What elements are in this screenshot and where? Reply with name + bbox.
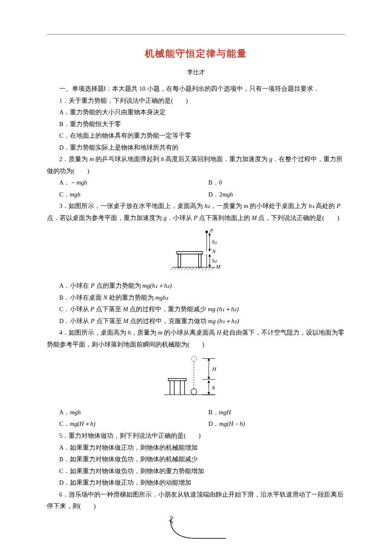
q3-stem-h: 点，下列说法正确的是( ) [257, 214, 339, 221]
q1-stem: 1．关于重力势能，下列说法中正确的是( ) [47, 95, 345, 107]
fig3-N: N [212, 249, 216, 254]
svg-line-3 [178, 267, 180, 270]
q4-optB: B．mgH [196, 407, 345, 419]
q2-optD: D．2mgh [196, 189, 345, 201]
q4-figure: H h [47, 353, 345, 404]
svg-marker-39 [208, 380, 210, 383]
q2-optA: A．－mgh [47, 177, 196, 189]
q3C-expr: mg (h₁＋h₂) [208, 306, 239, 312]
q4B-expr: mgH [219, 409, 231, 416]
svg-line-7 [191, 267, 194, 270]
q1-optD: D．重力势能实际上是物体和地球所共有的 [47, 142, 345, 154]
q3-optD: D．小球从 P 点下落至 M 点的过程中，克服重力做功 mg (h₁＋h₂) [47, 315, 345, 327]
svg-line-1 [171, 267, 173, 270]
q6-stem: 6．游乐场中的一种滑梯如图所示．小朋友从轨道顶端由静止开始下滑，沿水平轨道滑动了… [47, 489, 345, 512]
svg-rect-25 [168, 379, 186, 381]
q3-figure: P h₁ N h₂ M [47, 227, 345, 278]
q3-stem-a: 3．如图所示，一张桌子放在水平地面上，桌面高为 [59, 202, 205, 209]
svg-line-6 [188, 267, 190, 270]
q4-optA: A．mgh [47, 407, 196, 419]
q2-C-mgh: mgh [70, 191, 81, 198]
q6-svg [158, 515, 234, 545]
q2-A-pre: A．－ [59, 179, 76, 186]
svg-point-30 [191, 356, 196, 361]
document-body: 一、单项选择题Ⅰ：本大题共 10 小题，在每小题列出的四个选项中，只有一项符合题… [47, 83, 345, 549]
q4-stem: 4．如图所示，桌面高为 h，质量为 m 的小球从离桌面高 H 处自由落下，不计空… [47, 327, 345, 350]
sym-m-2: m [244, 202, 248, 209]
q3D-c: 点的过程中，克服重力做功 [128, 318, 208, 324]
fig3-M: M [216, 264, 221, 270]
q4A-expr: mgh [70, 409, 81, 416]
svg-marker-23 [208, 265, 211, 267]
svg-point-42 [170, 516, 173, 519]
q3-stem-g: 点下落到地面上的 [197, 214, 251, 221]
q4-c: 的小球从离桌面高 [162, 329, 216, 336]
q3A-expr: mg(h₁＋h₂) [142, 282, 172, 289]
q2-optC: C．mgh [47, 189, 196, 201]
svg-line-11 [205, 267, 208, 270]
q3-stem: 3．如图所示，一张桌子放在水平地面上，桌面高为 h₂，一质量为 m 的小球处于桌… [47, 200, 345, 224]
svg-line-4 [181, 267, 184, 270]
page-title: 机械能守恒定律与能量 [47, 47, 345, 60]
fig4-h: h [212, 384, 215, 391]
q2-stem: 2．质量为 m 的乒乓球从地面弹起到 h 高度后又落回到地面．重力加速度为 g．… [47, 153, 345, 177]
q3D-b: 点下落至 [95, 318, 123, 324]
q2-row2: C．mgh D．2mgh [47, 189, 345, 201]
q2-row1: A．－mgh B．0 [47, 177, 345, 189]
q4-row2: C．mg(H＋h) D．mg(H－h) [47, 418, 345, 430]
q5-optB: B．如果重力对物体做负功，则物体的机械能减少 [47, 454, 345, 465]
q3C-a: C．小球从 [59, 306, 90, 312]
q2-D-pre: D．2 [208, 191, 222, 198]
svg-line-12 [208, 267, 211, 270]
sym-h: h [161, 156, 164, 162]
sym-h1: h₁ [308, 202, 314, 209]
fig3-P: P [210, 228, 213, 234]
sym-h2: h₂ [205, 202, 210, 209]
svg-rect-16 [199, 254, 201, 267]
q2-stem-b: 的乒乓球从地面弹起到 [94, 156, 161, 162]
q4-optD: D．mg(H－h) [196, 418, 345, 430]
q3A-P: P [91, 282, 95, 289]
q2-optB: B．0 [196, 177, 345, 189]
q3D-M: M [123, 318, 128, 324]
q4-H: H [216, 329, 221, 336]
q3-stem-b: ，一质量为 [210, 202, 244, 209]
q3B-a: B．小球在桌面 [59, 294, 103, 301]
q2-D-mgh: mgh [222, 191, 233, 198]
q5-optD: D．如果重力对物体做正功，则物体的动能增加 [47, 477, 345, 489]
q3-stem-e: 点．若以桌面为参考平面，重力加速度为 [47, 214, 164, 221]
svg-point-32 [191, 389, 197, 395]
q1-optA: A．重力势能的大小只由重物本身决定 [47, 107, 345, 119]
top-rule [47, 34, 345, 35]
q4-svg: H h [160, 353, 232, 400]
q5-stem: 5．重力对物体做功，则下列说法中正确的是( ) [47, 430, 345, 442]
q3C-b: 点下落至 [94, 306, 123, 312]
q3-stem-c: 的小球处于桌面上方 [248, 202, 308, 209]
q5-optA: A．如果重力对物体做正功，则物体的机械能增加 [47, 442, 345, 454]
q1-optC: C．在地面上的物体具有的重力势能一定等于零 [47, 130, 345, 142]
q4-optC: C．mg(H＋h) [47, 418, 196, 430]
q6-figure [47, 515, 345, 549]
author: 李仕才 [47, 69, 345, 76]
q3A-a: A．小球在 [59, 282, 91, 289]
q5-optC: C．如果重力对物体做负功，则物体的重力势能增加 [47, 465, 345, 477]
q4C-pre: C． [59, 420, 70, 427]
q3D-expr: mg (h₁＋h₂) [208, 318, 239, 324]
svg-point-17 [205, 231, 208, 233]
svg-line-13 [212, 267, 214, 270]
q2-stem-a: 2．质量为 [59, 156, 89, 162]
q3-stem-d: 高处的 [314, 202, 337, 209]
svg-rect-14 [177, 251, 202, 254]
q4B-pre: B． [208, 409, 219, 416]
svg-line-2 [174, 267, 177, 270]
q2-stem-c: 高度后又落回到地面．重力加速度为 [164, 156, 269, 162]
section-intro: 一、单项选择题Ⅰ：本大题共 10 小题，在每小题列出的四个选项中，只有一项符合题… [47, 83, 345, 95]
svg-line-8 [195, 267, 197, 270]
svg-line-43 [171, 519, 172, 521]
q4-m: m [158, 329, 162, 336]
q3B-N: N [103, 294, 107, 301]
q3C-M: M [123, 306, 128, 312]
q3B-expr: mgh₂ [155, 294, 168, 301]
sym-P: P [337, 202, 340, 209]
q3-optA: A．小球在 P 点的重力势能为 mg(h₁＋h₂) [47, 280, 345, 292]
